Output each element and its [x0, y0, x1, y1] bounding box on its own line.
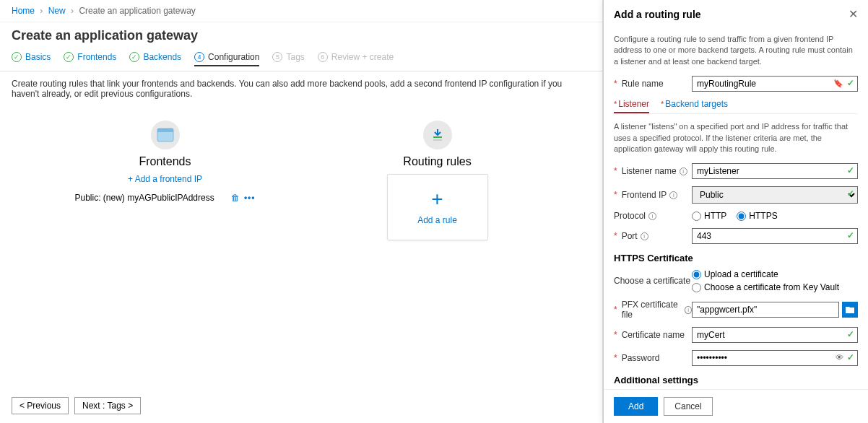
previous-button[interactable]: < Previous [12, 397, 69, 414]
eye-icon[interactable]: 👁 [836, 353, 843, 362]
breadcrumb-new[interactable]: New [48, 6, 66, 16]
browse-file-button[interactable] [842, 302, 858, 318]
svg-rect-1 [157, 128, 173, 132]
tab-frontends[interactable]: ✓Frontends [64, 52, 116, 66]
plus-icon: + [402, 189, 473, 209]
frontend-ip-select[interactable]: Public [692, 186, 858, 204]
frontends-icon [151, 121, 180, 149]
additional-settings-heading: Additional settings [614, 375, 858, 385]
panel-title: Add a routing rule [614, 9, 701, 20]
frontend-item-label: Public: (new) myAGPublicIPAddress [75, 193, 214, 203]
listener-description: A listener "listens" on a specified port… [614, 121, 858, 154]
svg-rect-3 [433, 139, 442, 141]
wizard-tabs: ✓Basics ✓Frontends ✓Backends 4Configurat… [0, 52, 602, 71]
upload-cert-radio[interactable]: Upload a certificate [692, 269, 778, 279]
cancel-button[interactable]: Cancel [664, 397, 712, 416]
cert-name-label: Certificate name [622, 330, 685, 340]
page-title: Create an application gateway [0, 22, 602, 52]
protocol-label: Protocol [614, 211, 646, 221]
tab-configuration[interactable]: 4Configuration [194, 52, 259, 66]
choose-cert-label: Choose a certificate [614, 276, 690, 286]
tab-backends[interactable]: ✓Backends [129, 52, 181, 66]
add-rule-link[interactable]: Add a rule [402, 215, 473, 225]
config-description: Create routing rules that link your fron… [0, 71, 602, 106]
tab-tags[interactable]: 5Tags [272, 52, 304, 66]
add-frontend-link[interactable]: + Add a frontend IP [75, 174, 256, 184]
password-input[interactable] [692, 350, 858, 366]
pfx-file-input[interactable] [692, 302, 839, 318]
breadcrumb: Home › New › Create an application gatew… [0, 0, 602, 22]
pfx-file-label: PFX certificate file [622, 300, 682, 320]
password-label: Password [622, 353, 660, 363]
rule-name-label: Rule name [622, 79, 664, 89]
info-icon[interactable]: i [685, 306, 692, 314]
close-icon[interactable]: ✕ [849, 7, 858, 21]
routing-rules-section: Routing rules + Add a rule [347, 121, 528, 240]
port-label: Port [622, 231, 638, 241]
protocol-https-radio[interactable]: HTTPS [737, 211, 777, 221]
frontend-more-icon[interactable]: ••• [244, 193, 256, 203]
add-routing-rule-panel: Add a routing rule ✕ Configure a routing… [603, 0, 868, 423]
frontends-section: Frontends + Add a frontend IP Public: (n… [75, 121, 256, 240]
https-certificate-heading: HTTPS Certificate [614, 253, 858, 263]
listener-name-input[interactable] [692, 163, 858, 179]
cert-badge-icon: 🔖 [833, 79, 843, 88]
frontend-ip-label: Frontend IP [622, 190, 667, 200]
next-button[interactable]: Next : Tags > [74, 397, 141, 414]
info-icon[interactable]: i [669, 191, 677, 199]
routing-rules-icon [423, 121, 452, 149]
info-icon[interactable]: i [648, 212, 656, 220]
protocol-http-radio[interactable]: HTTP [692, 211, 726, 221]
info-icon[interactable]: i [680, 167, 687, 175]
frontends-title: Frontends [75, 155, 256, 168]
panel-description: Configure a routing rule to send traffic… [614, 34, 858, 67]
subtab-backend-targets[interactable]: *Backend targets [661, 99, 728, 113]
info-icon[interactable]: i [641, 232, 648, 240]
breadcrumb-current: Create an application gateway [79, 6, 195, 16]
tab-basics[interactable]: ✓Basics [12, 52, 51, 66]
breadcrumb-home[interactable]: Home [12, 6, 35, 16]
delete-frontend-icon[interactable]: 🗑 [231, 193, 240, 203]
cert-name-input[interactable] [692, 327, 858, 343]
add-button[interactable]: Add [614, 397, 658, 416]
add-rule-card[interactable]: + Add a rule [387, 174, 488, 240]
tab-review[interactable]: 6Review + create [318, 52, 394, 66]
subtab-listener[interactable]: *Listener [614, 99, 649, 113]
routing-rules-title: Routing rules [347, 155, 528, 168]
keyvault-cert-radio[interactable]: Choose a certificate from Key Vault [692, 282, 839, 292]
port-input[interactable] [692, 228, 858, 244]
svg-rect-2 [433, 136, 442, 138]
listener-name-label: Listener name [622, 166, 677, 176]
